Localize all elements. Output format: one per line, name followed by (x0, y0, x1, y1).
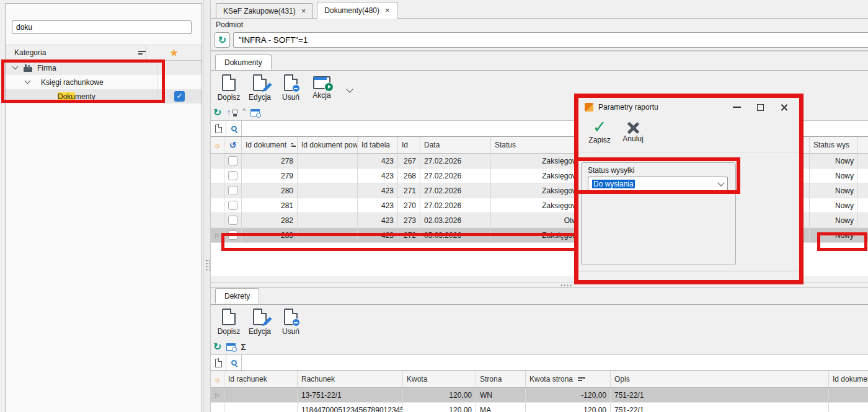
row-checkbox[interactable] (228, 216, 237, 225)
splitter-grip[interactable] (560, 284, 572, 288)
sum-sigma-icon[interactable]: Σ (241, 342, 246, 352)
close-icon[interactable]: × (385, 6, 390, 14)
star-icon: ★ (169, 48, 179, 58)
usun-button[interactable]: Usuń (277, 307, 305, 336)
chevron-down-icon[interactable] (717, 179, 724, 186)
category-sidebar: Kategoria ★ Firma Księgi rachunkowe Doku… (5, 3, 202, 412)
row-checkbox[interactable] (228, 171, 237, 180)
collapse-caret-icon[interactable]: ^ (242, 108, 246, 115)
dialog-titlebar[interactable]: Parametry raportu (578, 98, 799, 116)
tab-underline (211, 70, 868, 71)
button-label: Dopisz (218, 93, 241, 102)
page-icon (215, 125, 222, 133)
col-header-opis[interactable]: Opis (611, 371, 829, 387)
usun-button[interactable]: Usuń (277, 73, 305, 102)
vertical-splitter[interactable] (203, 0, 211, 412)
close-icon[interactable]: × (301, 7, 306, 15)
refresh-grid-icon[interactable]: ↻ (213, 342, 221, 352)
search-icon (231, 126, 237, 131)
row-checkbox[interactable] (228, 230, 237, 240)
new-filter-cell[interactable] (211, 355, 226, 370)
options-header-cell[interactable]: ☼ (211, 371, 224, 387)
tab-underline (211, 304, 868, 305)
chevron-down-icon[interactable] (12, 64, 19, 70)
col-header-id-rachunek[interactable]: Id rachunek (224, 371, 298, 387)
row-expander-icon[interactable]: ▷ (215, 392, 220, 398)
dekrety-panel: Dekrety Dopisz Edycja Usuń ↻ Σ ☼ Id rach… (211, 288, 868, 412)
col-header-strona[interactable]: Strona (476, 371, 526, 387)
podmiot-filter-input[interactable] (233, 32, 868, 48)
col-header-id-dokument[interactable]: Id dokument (242, 137, 298, 153)
anuluj-button[interactable]: Anuluj (618, 119, 648, 152)
row-checkbox[interactable] (228, 201, 237, 210)
check-icon: ✓ (593, 119, 607, 135)
refresh-filter-button[interactable]: ↻ (215, 32, 230, 48)
button-label: Dopisz (218, 327, 241, 336)
dialog-toolbar: ✓ Zapisz Anuluj (578, 116, 799, 152)
col-header-kwota[interactable]: Kwota (403, 371, 476, 387)
col-header-id-dokument-pow[interactable]: Id dokument pow (298, 137, 358, 153)
edycja-button[interactable]: Edycja (246, 73, 274, 102)
cancel-x-icon (627, 121, 639, 134)
minimize-button[interactable] (727, 100, 746, 114)
chevron-down-icon[interactable] (25, 78, 31, 84)
sort-order-icon[interactable] (226, 108, 237, 118)
maximize-button[interactable] (751, 100, 769, 114)
col-header-id[interactable]: Id (398, 137, 420, 153)
splitter-grip[interactable] (205, 259, 210, 271)
tab-ksef-zakupowe[interactable]: KSeF Zakupowe(431) × (216, 3, 313, 18)
zapisz-button[interactable]: ✓ Zapisz (585, 119, 614, 152)
akcja-button[interactable]: Akcja (308, 73, 336, 100)
refresh-icon: ↻ (218, 35, 226, 45)
search-filter-cell[interactable] (226, 121, 242, 136)
edycja-button[interactable]: Edycja (246, 307, 274, 336)
category-column-header[interactable]: Kategoria ★ (6, 45, 202, 61)
col-header-kwota-strona[interactable]: Kwota strona (526, 371, 611, 387)
favorites-column-header[interactable]: ★ (146, 45, 202, 60)
dopisz-button[interactable]: Dopisz (215, 307, 243, 336)
table-row-selected[interactable]: ▷ 13-751-22/1 120,00 WN -120,00 751-22/1 (211, 388, 868, 403)
tree-item-dokumenty[interactable]: Dokumenty ✓ (6, 89, 202, 103)
parameters-groupbox: Status wysyłki Do wysłania (581, 162, 736, 265)
row-expander-icon[interactable]: ▷ (215, 232, 220, 239)
tree-item-fav-cell[interactable] (157, 61, 202, 75)
new-document-icon (222, 309, 236, 325)
favorite-checkbox-checked[interactable]: ✓ (174, 91, 185, 102)
col-header-data[interactable]: Data (420, 137, 491, 153)
tree-item-fav-cell[interactable]: ✓ (157, 89, 202, 103)
action-window-icon (313, 76, 330, 89)
col-header-rachunek[interactable]: Rachunek (298, 371, 403, 387)
chevron-down-icon[interactable] (346, 85, 353, 92)
history-header-cell[interactable]: ↺ (224, 137, 242, 153)
row-checkbox[interactable] (228, 186, 237, 195)
close-button[interactable] (774, 100, 793, 114)
search-filter-cell[interactable] (226, 355, 242, 370)
options-header-cell[interactable]: ☼ (211, 137, 224, 153)
dopisz-button[interactable]: Dopisz (215, 73, 243, 102)
status-wysylki-combobox[interactable]: Do wysłania (588, 177, 728, 191)
category-search-input[interactable] (12, 20, 192, 34)
edit-document-icon (253, 74, 267, 91)
tree-item-ksiegi-rachunkowe[interactable]: Księgi rachunkowe (6, 75, 202, 89)
sort-ascending-icon (138, 51, 146, 55)
table-row[interactable]: 11844700051234567890123456 120,00 MA 120… (211, 403, 868, 412)
row-checkbox[interactable] (228, 156, 237, 165)
sort-ascending-icon (291, 143, 293, 147)
tab-dokumenty[interactable]: Dokumenty(480) × (317, 2, 397, 19)
col-header-status-wys[interactable]: Status wys (810, 137, 858, 153)
col-header-id-tabela[interactable]: Id tabela (358, 137, 398, 153)
new-filter-cell[interactable] (211, 121, 226, 136)
pencil-icon (263, 317, 272, 325)
button-label: Edycja (249, 93, 271, 102)
refresh-grid-icon[interactable]: ↻ (213, 108, 221, 118)
tab-dokumenty-inner[interactable]: Dokumenty (215, 55, 272, 70)
grid-search-icon[interactable] (250, 109, 260, 116)
minus-circle-icon (292, 84, 300, 92)
button-label: Zapisz (588, 136, 610, 144)
grid-search-icon[interactable] (226, 343, 236, 351)
col-header-id-dokument[interactable]: Id dokument (829, 371, 868, 387)
grid-filter-input[interactable] (242, 355, 868, 370)
tab-dekrety[interactable]: Dekrety (215, 288, 259, 304)
tree-item-firma[interactable]: Firma (6, 61, 202, 75)
tree-item-fav-cell[interactable] (157, 75, 202, 89)
